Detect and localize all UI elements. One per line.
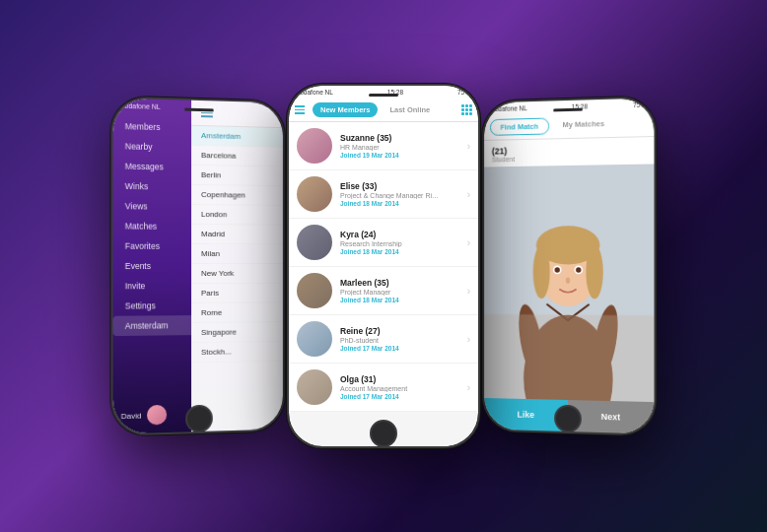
right-home-button[interactable] <box>554 405 582 433</box>
hamburger-line-2 <box>201 112 213 114</box>
member-list: Suzanne (35) HR Manager Joined 19 Mar 20… <box>289 122 478 412</box>
center-status-bar: vodafone NL 15:28 75% <box>289 86 478 99</box>
grid-view-icon[interactable] <box>461 104 472 115</box>
nav-matches[interactable]: Matches <box>113 216 195 236</box>
avatar-suzanne <box>297 128 332 164</box>
grid-dot-7 <box>461 112 464 115</box>
match-profile: (21) Student <box>484 137 654 167</box>
city-berlin[interactable]: Berlin <box>191 165 283 185</box>
member-kyra[interactable]: Kyra (24) Research Internship Joined 18 … <box>289 219 478 267</box>
center-battery: 75% <box>457 89 470 96</box>
right-battery: 75% <box>633 101 646 108</box>
city-barcelona[interactable]: Barcelona <box>191 145 283 166</box>
info-kyra: Kyra (24) Research Internship Joined 18 … <box>340 230 470 255</box>
nav-messages[interactable]: Messages <box>113 156 195 177</box>
name-reine: Reine (27) <box>340 326 470 336</box>
nav-settings[interactable]: Settings <box>113 296 195 316</box>
name-olga: Olga (31) <box>340 374 470 384</box>
tab-last-online[interactable]: Last Online <box>382 102 438 117</box>
svg-point-6 <box>586 245 602 299</box>
svg-point-11 <box>566 278 570 285</box>
joined-reine: Joined 17 Mar 2014 <box>340 345 470 352</box>
left-phone: vodafone NL 15:27 75% Members Nearby Mes… <box>110 96 284 435</box>
name-marleen: Marleen (35) <box>340 278 470 288</box>
city-singapore[interactable]: Singapore <box>191 322 283 343</box>
chevron-kyra: › <box>467 237 470 248</box>
nav-amsterdam[interactable]: Amsterdam <box>113 315 195 336</box>
city-london[interactable]: London <box>191 204 283 225</box>
grid-dot-3 <box>469 104 472 107</box>
info-suzanne: Suzanne (35) HR Manager Joined 19 Mar 20… <box>340 133 470 159</box>
member-suzanne[interactable]: Suzanne (35) HR Manager Joined 19 Mar 20… <box>289 122 478 170</box>
city-amsterdam[interactable]: Amsterdam <box>191 125 283 147</box>
svg-point-5 <box>533 245 550 299</box>
left-screen: vodafone NL 15:27 75% Members Nearby Mes… <box>113 98 283 433</box>
tab-my-matches[interactable]: My Matches <box>553 116 614 135</box>
nav-members[interactable]: Members <box>113 116 195 138</box>
center-ham-1 <box>295 105 305 107</box>
center-screen: vodafone NL 15:28 75% New Members Last O… <box>289 86 478 446</box>
name-suzanne: Suzanne (35) <box>340 133 470 143</box>
city-paris[interactable]: Paris <box>191 283 283 302</box>
left-carrier: vodafone NL <box>121 102 161 110</box>
center-ham-3 <box>295 112 305 114</box>
center-speaker <box>369 94 398 97</box>
role-marleen: Project Manager <box>340 289 439 296</box>
city-madrid[interactable]: Madrid <box>191 224 283 243</box>
avatar-olga <box>297 369 332 405</box>
tab-new-members[interactable]: New Members <box>313 102 378 117</box>
joined-kyra: Joined 18 Mar 2014 <box>340 248 470 255</box>
grid-dot-4 <box>461 108 464 111</box>
city-milan[interactable]: Milan <box>191 243 283 263</box>
city-stockholm[interactable]: Stockh... <box>191 341 283 362</box>
center-home-button[interactable] <box>370 420 397 447</box>
member-marleen[interactable]: Marleen (35) Project Manager Joined 18 M… <box>289 267 478 315</box>
joined-elise: Joined 18 Mar 2014 <box>340 200 470 207</box>
role-kyra: Research Internship <box>340 240 439 247</box>
member-olga[interactable]: Olga (31) Account Management Joined 17 M… <box>289 364 478 412</box>
grid-dot-6 <box>469 108 472 111</box>
member-reine[interactable]: Reine (27) PhD-student Joined 17 Mar 201… <box>289 315 478 364</box>
center-toolbar: New Members Last Online <box>289 99 478 122</box>
left-bg: vodafone NL 15:27 75% Members Nearby Mes… <box>113 98 283 433</box>
svg-point-10 <box>576 267 581 272</box>
joined-suzanne: Joined 19 Mar 2014 <box>340 152 470 159</box>
name-kyra: Kyra (24) <box>340 230 470 239</box>
avatar-marleen <box>297 273 332 308</box>
right-phone: vodafone NL 15:28 75% Find Match My Matc… <box>482 96 656 435</box>
center-phone: vodafone NL 15:28 75% New Members Last O… <box>287 84 480 448</box>
nav-favorites[interactable]: Favorites <box>113 236 195 256</box>
nav-invite[interactable]: Invite <box>113 276 195 296</box>
city-copenhagen[interactable]: Copenhagen <box>191 184 283 205</box>
chevron-elise: › <box>467 189 470 200</box>
info-marleen: Marleen (35) Project Manager Joined 18 M… <box>340 278 470 303</box>
city-rome[interactable]: Rome <box>191 302 283 323</box>
hamburger-line-3 <box>201 115 213 117</box>
nav-nearby[interactable]: Nearby <box>113 136 195 158</box>
center-hamburger[interactable] <box>295 105 305 114</box>
member-elise[interactable]: Elise (33) Project & Change Manager Risk… <box>289 170 478 219</box>
role-suzanne: HR Manager <box>340 144 439 151</box>
joined-marleen: Joined 18 Mar 2014 <box>340 297 470 303</box>
nav-winks[interactable]: Winks <box>113 176 195 197</box>
nav-events[interactable]: Events <box>113 256 195 276</box>
menu-header <box>191 100 283 128</box>
avatar-elise <box>297 176 332 212</box>
name-elise: Elise (33) <box>340 181 470 191</box>
chevron-olga: › <box>467 382 470 393</box>
center-ham-2 <box>295 109 305 111</box>
grid-dot-8 <box>465 112 468 115</box>
svg-point-8 <box>555 267 560 272</box>
city-newyork[interactable]: New York <box>191 263 283 283</box>
left-nav: Members Nearby Messages Winks Views Matc… <box>113 116 195 336</box>
right-bg: vodafone NL 15:28 75% Find Match My Matc… <box>484 98 654 433</box>
nav-avatar <box>147 405 167 426</box>
avatar-kyra <box>297 225 332 260</box>
nav-user: David <box>121 405 168 426</box>
right-carrier: vodafone NL <box>492 104 527 112</box>
tab-find-match[interactable]: Find Match <box>490 118 549 136</box>
grid-dot-5 <box>465 108 468 111</box>
avatar-reine <box>297 321 332 357</box>
nav-views[interactable]: Views <box>113 196 195 217</box>
chevron-marleen: › <box>467 286 470 297</box>
